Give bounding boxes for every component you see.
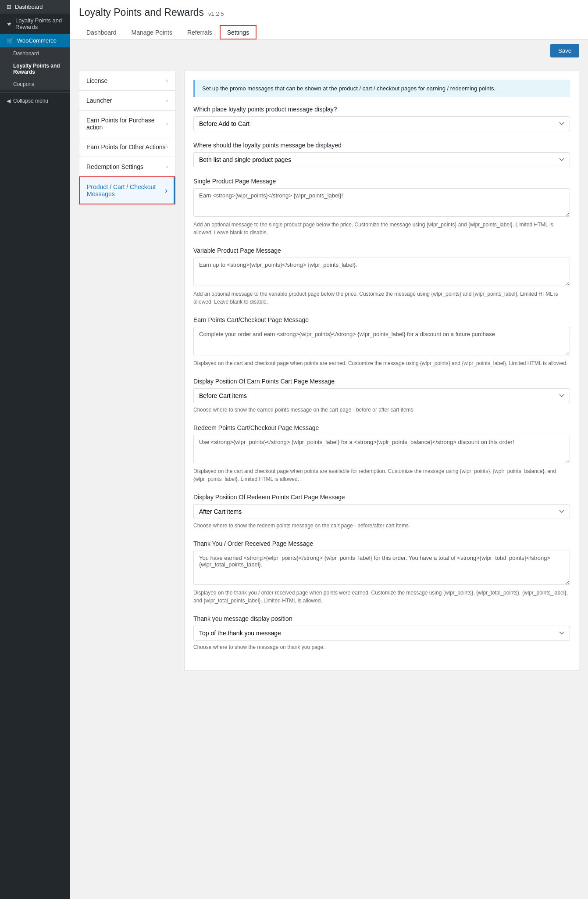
- redeem-cart-position-section: Display Position Of Redeem Points Cart P…: [193, 494, 570, 530]
- save-button[interactable]: Save: [550, 44, 579, 57]
- earn-other-label: Earn Points for Other Actions: [86, 143, 166, 150]
- sidebar-item-woocommerce[interactable]: 🛒 WooCommerce: [0, 34, 70, 47]
- redeem-cart-textarea[interactable]: Use <strong>{wlpr_points}</strong> {wlpr…: [193, 435, 570, 463]
- thankyou-textarea[interactable]: You have earned <strong>{wlpr_points}</s…: [193, 551, 570, 585]
- license-label: License: [86, 77, 107, 84]
- sidebar-dashboard-label: Dashboard: [15, 4, 43, 10]
- variable-product-hint: Add an optional message to the variable …: [193, 290, 570, 306]
- earn-cart-section: Earn Points Cart/Checkout Page Message C…: [193, 316, 570, 367]
- earn-other-chevron-icon: ›: [166, 144, 168, 150]
- earn-purchase-label: Earn Points for Purchase action: [86, 117, 166, 131]
- display-where-select[interactable]: Both list and single product pages Singl…: [193, 152, 570, 167]
- tab-manage-points[interactable]: Manage Points: [124, 25, 180, 39]
- dashboard-icon: ⊞: [7, 4, 11, 10]
- single-product-hint: Add an optional message to the single pr…: [193, 221, 570, 236]
- display-where-label: Where should the loyalty points message …: [193, 142, 570, 149]
- single-product-textarea[interactable]: Earn <strong>{wlpr_points}</strong> {wlp…: [193, 188, 570, 217]
- thankyou-section: Thank You / Order Received Page Message …: [193, 540, 570, 605]
- launcher-label: Launcher: [86, 97, 112, 104]
- content-area: License › Launcher › Earn Points for Pur…: [70, 62, 588, 680]
- tab-dashboard[interactable]: Dashboard: [79, 25, 124, 39]
- earn-cart-textarea[interactable]: Complete your order and earn <strong>{wl…: [193, 327, 570, 355]
- earn-cart-hint: Displayed on the cart and checkout page …: [193, 359, 570, 367]
- page-version: v1.2.5: [208, 11, 224, 17]
- right-panel: Set up the promo messages that can be sh…: [184, 71, 579, 671]
- redemption-label: Redemption Settings: [86, 163, 143, 170]
- redemption-chevron-icon: ›: [166, 164, 168, 170]
- sidebar-item-dashboard[interactable]: ⊞ Dashboard: [0, 0, 70, 14]
- page-title: Loyalty Points and Rewards: [79, 7, 204, 18]
- display-place-select[interactable]: Before Add to Cart After Add to Cart Bef…: [193, 116, 570, 131]
- page-header: Loyalty Points and Rewards v1.2.5 Dashbo…: [70, 0, 588, 39]
- single-product-section: Single Product Page Message Earn <strong…: [193, 178, 570, 236]
- earn-cart-position-label: Display Position Of Earn Points Cart Pag…: [193, 378, 570, 385]
- single-product-label: Single Product Page Message: [193, 178, 570, 185]
- earn-cart-position-hint: Choose where to show the earned points m…: [193, 406, 570, 414]
- display-where-section: Where should the loyalty points message …: [193, 142, 570, 167]
- redeem-cart-position-select[interactable]: Before Cart items After Cart items: [193, 504, 570, 519]
- variable-product-label: Variable Product Page Message: [193, 247, 570, 254]
- left-menu-earn-other[interactable]: Earn Points for Other Actions ›: [79, 137, 175, 157]
- collapse-label: Collapse menu: [13, 98, 48, 104]
- product-cart-label: Product / Cart / Checkout Messages: [87, 183, 165, 197]
- tabs-nav: Dashboard Manage Points Referrals Settin…: [79, 25, 579, 39]
- left-menu-redemption[interactable]: Redemption Settings ›: [79, 157, 175, 176]
- left-menu-launcher[interactable]: Launcher ›: [79, 90, 175, 110]
- left-menu-product-cart[interactable]: Product / Cart / Checkout Messages ›: [79, 176, 175, 204]
- sidebar-submenu: Dashboard Loyalty Points and Rewards Cou…: [0, 47, 70, 90]
- main-content: Loyalty Points and Rewards v1.2.5 Dashbo…: [70, 0, 588, 899]
- info-box: Set up the promo messages that can be sh…: [193, 80, 570, 97]
- sidebar-submenu-dashboard[interactable]: Dashboard: [0, 47, 70, 60]
- collapse-icon: ◀: [7, 98, 11, 104]
- redeem-cart-position-hint: Choose where to show the redeem points m…: [193, 522, 570, 530]
- tab-settings[interactable]: Settings: [220, 25, 257, 39]
- left-menu: License › Launcher › Earn Points for Pur…: [79, 71, 175, 671]
- display-place-label: Which place loyalty points product messa…: [193, 106, 570, 113]
- save-button-row: Save: [70, 39, 588, 62]
- earn-cart-label: Earn Points Cart/Checkout Page Message: [193, 316, 570, 323]
- earn-cart-position-select[interactable]: Before Cart items After Cart items: [193, 388, 570, 403]
- redeem-cart-section: Redeem Points Cart/Checkout Page Message…: [193, 424, 570, 483]
- thankyou-position-hint: Choose where to show the message on than…: [193, 643, 570, 651]
- redeem-cart-label: Redeem Points Cart/Checkout Page Message: [193, 424, 570, 431]
- thankyou-label: Thank You / Order Received Page Message: [193, 540, 570, 547]
- woocommerce-icon: 🛒: [7, 37, 14, 44]
- thankyou-position-section: Thank you message display position Top o…: [193, 615, 570, 651]
- sidebar-woocommerce-label: WooCommerce: [17, 37, 57, 44]
- thankyou-hint: Displayed on the thank you / order recei…: [193, 589, 570, 605]
- license-chevron-icon: ›: [166, 78, 168, 84]
- sidebar-submenu-coupons[interactable]: Coupons: [0, 78, 70, 90]
- redeem-cart-position-label: Display Position Of Redeem Points Cart P…: [193, 494, 570, 501]
- variable-product-section: Variable Product Page Message Earn up to…: [193, 247, 570, 306]
- display-place-section: Which place loyalty points product messa…: [193, 106, 570, 131]
- left-menu-earn-purchase[interactable]: Earn Points for Purchase action ›: [79, 110, 175, 137]
- thankyou-position-select[interactable]: Top of the thank you message Bottom of t…: [193, 626, 570, 641]
- redeem-cart-hint: Displayed on the cart and checkout page …: [193, 467, 570, 483]
- loyalty-icon: ★: [7, 21, 12, 27]
- product-cart-chevron-icon: ›: [165, 186, 167, 195]
- launcher-chevron-icon: ›: [166, 97, 168, 104]
- sidebar: ⊞ Dashboard ★ Loyalty Points and Rewards…: [0, 0, 70, 899]
- sidebar-submenu-loyalty[interactable]: Loyalty Points and Rewards: [0, 60, 70, 78]
- earn-purchase-chevron-icon: ›: [166, 121, 168, 127]
- thankyou-position-label: Thank you message display position: [193, 615, 570, 622]
- sidebar-loyalty-label: Loyalty Points and Rewards: [15, 17, 64, 30]
- variable-product-textarea[interactable]: Earn up to <strong>{wlpr_points}</strong…: [193, 258, 570, 286]
- collapse-menu-button[interactable]: ◀ Collapse menu: [0, 94, 70, 107]
- info-box-text: Set up the promo messages that can be sh…: [202, 85, 495, 92]
- left-menu-license[interactable]: License ›: [79, 71, 175, 90]
- earn-cart-position-section: Display Position Of Earn Points Cart Pag…: [193, 378, 570, 414]
- tab-referrals[interactable]: Referrals: [180, 25, 220, 39]
- sidebar-item-loyalty[interactable]: ★ Loyalty Points and Rewards: [0, 14, 70, 34]
